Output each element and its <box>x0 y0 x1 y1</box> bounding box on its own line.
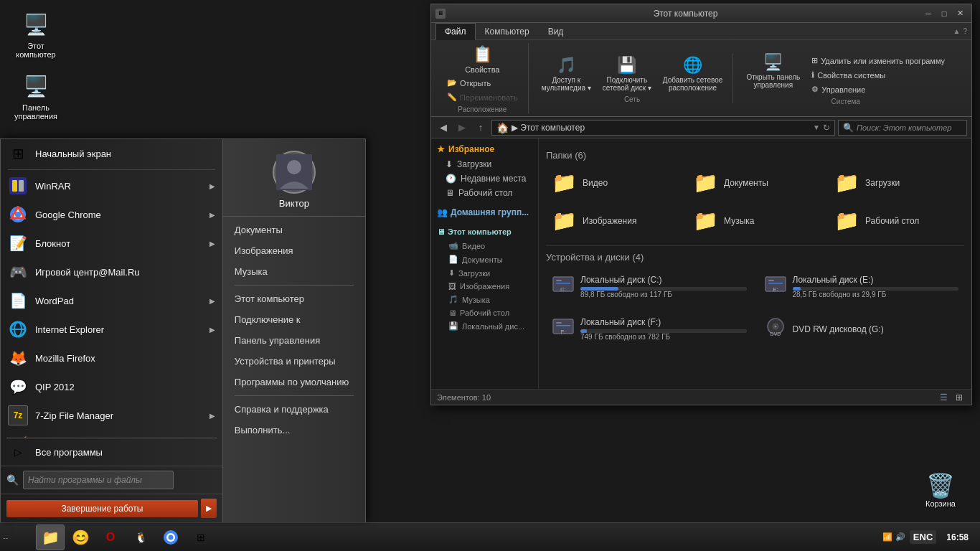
taskbar-icon-apps[interactable]: ⊞ <box>187 524 215 550</box>
taskbar-icon-opera[interactable]: O <box>96 524 125 550</box>
search-box[interactable]: 🔍 Поиск: Этот компьютер <box>838 120 967 136</box>
start-item-firefox[interactable]: 🦊 Mozilla Firefox <box>1 344 222 372</box>
back-button[interactable]: ◀ <box>435 120 451 136</box>
computer-icon: 🖥️ <box>22 10 50 39</box>
ribbon-btn-sys-props[interactable]: ℹ Свойства системы <box>807 68 949 82</box>
folder-downloads[interactable]: 📁 Загрузки <box>829 166 964 199</box>
recycle-bin[interactable]: 🗑️ Корзина <box>915 472 966 508</box>
ribbon-btn-add-network[interactable]: 🌐 Добавить сетевоерасположение <box>659 54 727 94</box>
drive-f-info: Локальный диск (F:) 749 ГБ свободно из 7… <box>580 317 747 341</box>
forward-button[interactable]: ▶ <box>454 120 470 136</box>
drive-c-info: Локальный диск (C:) 89,8 ГБ свободно из … <box>580 275 747 298</box>
start-item-notepad[interactable]: 📝 Блокнот ▶ <box>1 229 222 258</box>
ribbon-tab-computer[interactable]: Компьютер <box>476 23 539 40</box>
sidebar-documents[interactable]: 📄 Документы <box>431 253 538 266</box>
start-item-ccleaner[interactable]: 🧹 CCleaner ▶ <box>1 430 222 438</box>
ribbon-btn-control-panel[interactable]: 🖥️ Открыть панельуправления <box>742 51 804 91</box>
view-list-btn[interactable]: ☰ <box>937 391 950 404</box>
start-right-run[interactable]: Выполнить... <box>223 420 365 441</box>
mailru-icon: 🎮 <box>8 262 28 282</box>
taskbar-icon-folder[interactable]: 📁 <box>36 524 65 550</box>
start-right-help[interactable]: Справка и поддержка <box>223 399 365 420</box>
ribbon-collapse-btn[interactable]: ▲ <box>953 27 961 35</box>
up-button[interactable]: ↑ <box>473 120 489 136</box>
desktop-icon-control-panel[interactable]: 🖥️ Панельуправления <box>7 69 65 123</box>
sidebar-item-desktop[interactable]: 🖥 Рабочий стол <box>431 186 538 200</box>
ribbon-btn-media-access[interactable]: 🎵 Доступ кмультимедиа ▾ <box>537 54 595 94</box>
folder-documents[interactable]: 📁 Документы <box>687 166 823 199</box>
file-explorer-window: 🖥 Этот компьютер ─ □ ✕ Файл Компьютер Ви… <box>430 4 972 405</box>
start-right-images[interactable]: Изображения <box>223 240 365 261</box>
folder-video[interactable]: 📁 Видео <box>546 166 682 199</box>
desktop-icon-my-computer[interactable]: 🖥️ Этоткомпьютер <box>7 7 65 62</box>
ribbon-btn-uninstall[interactable]: ⊞ Удалить или изменить программу <box>807 54 949 67</box>
drive-c[interactable]: C: Локальный диск (C:) 89,8 ГБ свободно … <box>546 268 753 305</box>
sidebar-favorites-header[interactable]: ★ Избранное <box>431 141 538 157</box>
search-placeholder: Поиск: Этот компьютер <box>857 123 951 132</box>
start-item-winrar[interactable]: WinRAR ▶ <box>1 171 222 200</box>
start-item-7zip[interactable]: 7z 7-Zip File Manager ▶ <box>1 401 222 430</box>
shutdown-button[interactable]: Завершение работы <box>6 500 198 517</box>
user-avatar[interactable] <box>273 151 316 194</box>
refresh-button[interactable]: ↻ <box>823 123 830 133</box>
sidebar-desktop2[interactable]: 🖥 Рабочий стол <box>431 306 538 319</box>
minimize-button[interactable]: ─ <box>921 7 936 20</box>
taskbar-icon-face[interactable]: 😊 <box>66 524 95 550</box>
sidebar-images[interactable]: 🖼 Изображения <box>431 280 538 293</box>
start-item-chrome[interactable]: Google Chrome ▶ <box>1 200 222 229</box>
ribbon-help-btn[interactable]: ? <box>963 27 967 35</box>
start-all-programs[interactable]: ▷ Все программы <box>1 438 222 466</box>
start-screen-icon: ⊞ <box>8 143 28 164</box>
folder-music[interactable]: 📁 Музыка <box>687 204 823 237</box>
ribbon-tab-view[interactable]: Вид <box>539 23 573 40</box>
close-button[interactable]: ✕ <box>953 7 967 20</box>
sidebar-computer[interactable]: 🖥 Этот компьютер <box>431 225 538 239</box>
sidebar-item-downloads[interactable]: ⬇ Загрузки <box>431 157 538 171</box>
statusbar-text: Элементов: 10 <box>437 393 491 402</box>
start-right-music[interactable]: Музыка <box>223 261 365 282</box>
taskbar-icon-qq[interactable]: 🐧 <box>126 524 155 550</box>
view-details-btn[interactable]: ⊞ <box>953 391 966 404</box>
start-right-connect[interactable]: Подключение к <box>223 309 365 330</box>
shutdown-arrow-button[interactable]: ▶ <box>201 499 217 518</box>
start-item-start-screen[interactable]: ⊞ Начальный экран <box>1 139 222 168</box>
search-icon: 🔍 <box>843 123 854 133</box>
maximize-button[interactable]: □ <box>937 7 951 20</box>
sidebar-video[interactable]: 📹 Видео <box>431 239 538 253</box>
start-right-documents[interactable]: Документы <box>223 220 365 240</box>
start-right-defaults[interactable]: Программы по умолчанию <box>223 372 365 392</box>
addr-dropdown-icon[interactable]: ▼ <box>813 123 820 131</box>
ribbon-btn-connect-drive[interactable]: 💾 Подключитьсетевой диск ▾ <box>598 54 656 94</box>
network-group-label: Сеть <box>624 95 640 103</box>
start-search-input[interactable] <box>23 471 174 489</box>
drive-g[interactable]: DVD DVD RW дисковод (G:) <box>758 311 965 347</box>
address-input[interactable]: 🏠 ▶ Этот компьютер ▼ ↻ <box>491 120 835 136</box>
sidebar-music[interactable]: 🎵 Музыка <box>431 293 538 306</box>
start-right-sep2 <box>235 395 354 396</box>
ribbon-location-btns: 📋 Свойства <box>461 43 504 76</box>
ribbon-btn-open[interactable]: 📂 Открыть <box>443 76 522 90</box>
sidebar-local-disk[interactable]: 💾 Локальный дис... <box>431 319 538 333</box>
start-item-mailru[interactable]: 🎮 Игровой центр@Mail.Ru <box>1 258 222 286</box>
folder-images[interactable]: 📁 Изображения <box>546 204 682 237</box>
drive-e[interactable]: E: Локальный диск (E:) 28,5 ГБ свободно … <box>758 268 965 305</box>
start-item-qip[interactable]: 💬 QIP 2012 <box>1 372 222 401</box>
7zip-arrow: ▶ <box>209 412 215 420</box>
ribbon-btn-manage[interactable]: ⚙ Управление <box>807 83 949 96</box>
start-right-control-panel[interactable]: Панель управления <box>223 330 365 351</box>
taskbar-icon-chrome[interactable] <box>156 524 185 550</box>
sidebar-downloads[interactable]: ⬇ Загрузки <box>431 266 538 280</box>
start-item-ie[interactable]: Internet Explorer ▶ <box>1 315 222 344</box>
ribbon-tab-file[interactable]: Файл <box>435 23 476 40</box>
start-right-devices[interactable]: Устройства и принтеры <box>223 351 365 372</box>
address-text: ▶ Этот компьютер <box>512 123 585 133</box>
start-right-computer[interactable]: Этот компьютер <box>223 288 365 309</box>
start-item-wordpad[interactable]: 📄 WordPad ▶ <box>1 286 222 315</box>
drive-f[interactable]: F: Локальный диск (F:) 749 ГБ свободно и… <box>546 311 753 347</box>
all-programs-icon: ▷ <box>8 442 28 462</box>
ribbon-btn-rename[interactable]: ✏️ Переименовать <box>443 90 522 104</box>
ribbon-btn-properties[interactable]: 📋 Свойства <box>461 43 504 76</box>
sidebar-item-recent[interactable]: 🕐 Недавние места <box>431 171 538 186</box>
sidebar-homegroup[interactable]: 👥 Домашняя групп... <box>431 204 538 220</box>
folder-desktop[interactable]: 📁 Рабочий стол <box>829 204 964 237</box>
